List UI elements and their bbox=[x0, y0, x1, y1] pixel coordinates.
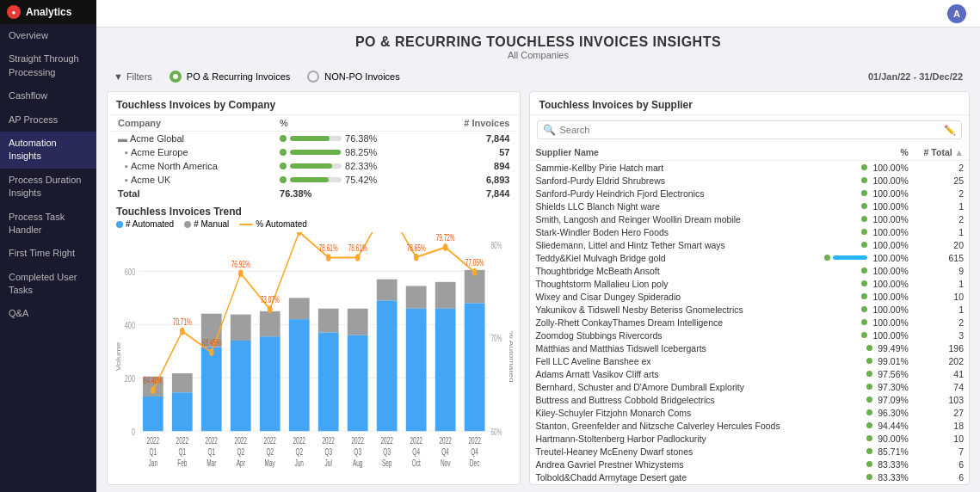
svg-rect-20 bbox=[231, 341, 251, 431]
svg-text:80%: 80% bbox=[490, 240, 502, 250]
list-item[interactable]: Sliedemann, Littel and Hintz Tether Smar… bbox=[530, 238, 969, 251]
list-item[interactable]: Thoughtbridge McBeath Ansoft100.00%9 bbox=[530, 264, 969, 277]
sidebar: ● Analytics OverviewStraight Through Pro… bbox=[0, 0, 96, 492]
user-avatar[interactable]: A bbox=[947, 4, 966, 23]
edit-icon[interactable]: ✏️ bbox=[944, 125, 956, 136]
col-company: Company bbox=[111, 115, 273, 132]
list-item[interactable]: Shields LLC Blanch Night ware100.00%1 bbox=[530, 200, 969, 212]
app-name: Analytics bbox=[26, 6, 71, 18]
sidebar-item-first-time[interactable]: First Time Right bbox=[0, 242, 96, 265]
svg-text:2022: 2022 bbox=[351, 435, 364, 446]
svg-text:78.61%: 78.61% bbox=[319, 243, 338, 254]
sidebar-item-qna[interactable]: Q&A bbox=[0, 302, 96, 325]
svg-text:May: May bbox=[265, 458, 276, 468]
non-po-option[interactable]: NON-PO Invoices bbox=[307, 71, 399, 83]
search-input[interactable] bbox=[559, 125, 940, 135]
trend-section: Touchless Invoices Trend # Automated# Ma… bbox=[108, 200, 520, 484]
sidebar-item-process-duration[interactable]: Process Duration Insights bbox=[0, 169, 96, 206]
svg-point-39 bbox=[180, 328, 185, 335]
list-item[interactable]: Stanton, Greenfelder and Nitzsche Calver… bbox=[530, 419, 969, 432]
svg-rect-26 bbox=[318, 333, 339, 432]
list-item[interactable]: Matthias and Matthias Tidswell Icebergar… bbox=[530, 341, 969, 354]
table-row[interactable]: ▪Acme Europe98.25%57 bbox=[111, 145, 516, 159]
svg-text:60%: 60% bbox=[490, 427, 502, 437]
left-panel-inner: Touchless Invoices by Company Company % … bbox=[108, 92, 520, 484]
legend-item: # Manual bbox=[184, 219, 229, 229]
list-item[interactable]: Buttress and Buttress Cobbold Bridgelect… bbox=[530, 393, 969, 406]
table-row[interactable]: ▪Acme UK75.42%6,893 bbox=[111, 173, 516, 187]
svg-text:Mar: Mar bbox=[206, 458, 216, 468]
page-title: PO & RECURRING TOUCHLESS INVOICES INSIGH… bbox=[107, 34, 970, 50]
col-invoices: # Invoices bbox=[432, 115, 517, 132]
svg-text:Jan: Jan bbox=[149, 458, 158, 468]
list-item[interactable]: Treutel-Heaney McEneny Dwarf stones85.71… bbox=[530, 445, 969, 458]
table-row[interactable]: ▬Acme Global76.38%7,844 bbox=[111, 132, 516, 146]
list-item[interactable]: Yakunikov & Tidswell Nesby Beteriss Gnom… bbox=[530, 303, 969, 316]
list-item[interactable]: Adams Arnatt Vasikov Cliff arts97.56%41 bbox=[530, 367, 969, 380]
svg-text:2022: 2022 bbox=[147, 435, 160, 446]
list-item[interactable]: Stark-Windler Boden Hero Foods100.00%1 bbox=[530, 225, 969, 238]
svg-rect-27 bbox=[348, 309, 368, 335]
list-item[interactable]: Sanford-Purdy Heindrich Fjord Electronic… bbox=[530, 187, 969, 200]
list-item[interactable]: Sanford-Purdy Eldrid Shrubrews100.00%25 bbox=[530, 174, 969, 187]
sidebar-item-overview[interactable]: Overview bbox=[0, 24, 96, 47]
sup-col-pct: % bbox=[811, 145, 914, 161]
sidebar-item-cashflow[interactable]: Cashflow bbox=[0, 84, 96, 108]
filter-icon: ▼ bbox=[114, 71, 123, 82]
content: PO & RECURRING TOUCHLESS INVOICES INSIGH… bbox=[96, 28, 980, 492]
svg-rect-36 bbox=[465, 304, 485, 432]
svg-rect-33 bbox=[435, 282, 456, 309]
company-panel-title: Touchless Invoices by Company bbox=[108, 92, 520, 115]
sidebar-item-process-task[interactable]: Process Task Handler bbox=[0, 206, 96, 243]
list-item[interactable]: Kiley-Schuyler Fitzjohn Monarch Coms96.3… bbox=[530, 406, 969, 419]
sidebar-item-ap[interactable]: AP Process bbox=[0, 108, 96, 132]
company-table: Company % # Invoices ▬Acme Global76.38%7… bbox=[111, 115, 516, 200]
svg-text:2022: 2022 bbox=[439, 435, 452, 446]
sidebar-nav: OverviewStraight Through ProcessingCashf… bbox=[0, 24, 96, 326]
svg-point-55 bbox=[414, 254, 419, 261]
svg-rect-24 bbox=[289, 319, 310, 431]
list-item[interactable]: Bernhard, Schuster and D'Amore Dumbrall … bbox=[530, 380, 969, 393]
svg-rect-31 bbox=[406, 286, 427, 308]
list-item[interactable]: Smith, Langosh and Reinger Woollin Dream… bbox=[530, 212, 969, 225]
svg-text:Q1: Q1 bbox=[149, 446, 157, 457]
sup-col-total: # Total ▲ bbox=[914, 145, 969, 161]
list-item[interactable]: Thoughtstorm Mallalieu Lion poly100.00%1 bbox=[530, 277, 969, 290]
svg-text:Q3: Q3 bbox=[383, 446, 391, 457]
svg-text:70%: 70% bbox=[490, 334, 502, 344]
search-icon: 🔍 bbox=[543, 124, 556, 136]
list-item[interactable]: Tolbold&Chadd Armytage Desert gate83.33%… bbox=[530, 470, 969, 483]
list-item[interactable]: Zolly-Rhett ConkayThames Dream Intellige… bbox=[530, 316, 969, 329]
svg-rect-34 bbox=[435, 309, 456, 431]
list-item[interactable]: Wixey and Cisar Dungey Spideradio100.00%… bbox=[530, 290, 969, 303]
app-icon: ● bbox=[7, 5, 21, 19]
list-item[interactable]: Zoomdog Stubbings Rivercords100.00%3 bbox=[530, 329, 969, 341]
list-item[interactable]: Hartmann-Stoltenberg Harbor Padlockurity… bbox=[530, 432, 969, 445]
svg-rect-29 bbox=[377, 280, 398, 301]
list-item[interactable]: Axel Heims Johansen Omega coms80.00%5 bbox=[530, 483, 969, 484]
non-po-label: NON-PO Invoices bbox=[324, 71, 399, 82]
supplier-search-bar: 🔍 ✏️ bbox=[537, 120, 962, 139]
sidebar-item-straight[interactable]: Straight Through Processing bbox=[0, 47, 96, 84]
svg-text:Oct: Oct bbox=[412, 458, 422, 468]
table-row[interactable]: Total76.38%7,844 bbox=[111, 187, 516, 200]
svg-text:Apr: Apr bbox=[237, 458, 245, 468]
table-row[interactable]: ▪Acme North America82.33%894 bbox=[111, 159, 516, 173]
filter-button[interactable]: ▼ Filters bbox=[114, 71, 152, 82]
list-item[interactable]: Andrea Gavriel Prestner Whizystems83.33%… bbox=[530, 458, 969, 470]
svg-rect-16 bbox=[172, 392, 193, 431]
list-item[interactable]: Fell LLC Aveline Banshee ex99.01%202 bbox=[530, 354, 969, 367]
list-item[interactable]: Sammie-Kellby Pirie Hatch mart100.00%2 bbox=[530, 161, 969, 175]
svg-text:77.05%: 77.05% bbox=[465, 258, 484, 268]
svg-text:68.45%: 68.45% bbox=[202, 338, 221, 348]
svg-rect-22 bbox=[260, 336, 280, 431]
svg-text:70.71%: 70.71% bbox=[173, 317, 192, 327]
svg-rect-19 bbox=[231, 315, 251, 341]
svg-text:400: 400 bbox=[125, 319, 136, 330]
svg-text:79.72%: 79.72% bbox=[436, 233, 455, 243]
sidebar-item-completed[interactable]: Completed User Tasks bbox=[0, 266, 96, 303]
sidebar-item-automation[interactable]: Automation Insights bbox=[0, 132, 96, 169]
po-recurring-option[interactable]: PO & Recurring Invoices bbox=[169, 71, 290, 83]
svg-text:Q4: Q4 bbox=[412, 446, 420, 457]
list-item[interactable]: Teddy&Kiel Mulvagh Bridge gold100.00%615 bbox=[530, 251, 969, 264]
